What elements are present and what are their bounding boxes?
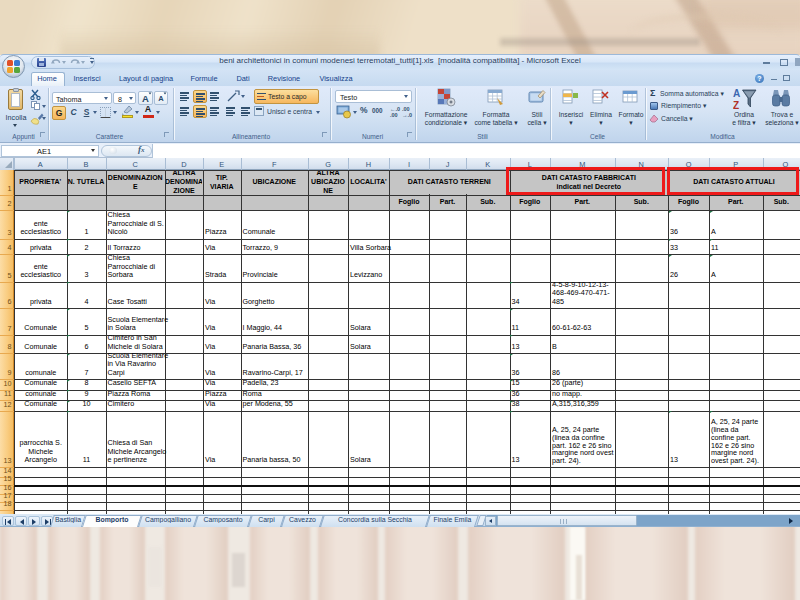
svg-text:A: A (733, 88, 740, 99)
svg-text:Z: Z (733, 100, 739, 111)
